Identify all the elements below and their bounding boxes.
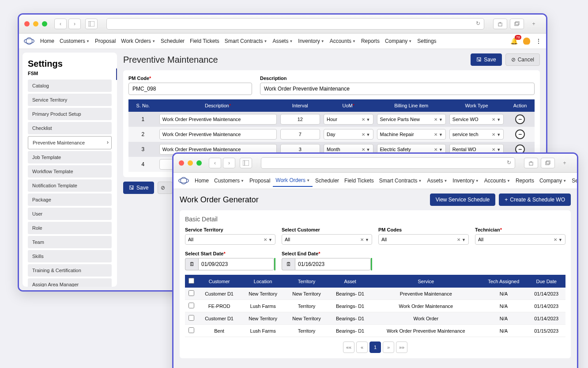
- calendar-icon[interactable]: 🗓: [282, 258, 295, 270]
- nav-reports[interactable]: Reports: [358, 35, 382, 47]
- sidebar-item-package[interactable]: Package: [28, 193, 112, 206]
- collapse-sidebar-icon[interactable]: ‹: [116, 68, 117, 80]
- new-tab-icon[interactable]: +: [527, 19, 541, 29]
- row-checkbox[interactable]: [188, 327, 194, 333]
- reload-icon[interactable]: ↻: [507, 159, 511, 166]
- nav-work-orders[interactable]: Work Orders▼: [273, 175, 313, 187]
- clear-icon[interactable]: ✕: [492, 147, 495, 152]
- customer-select[interactable]: All✕▼: [282, 234, 372, 245]
- sidebar-item-training-certification[interactable]: Training & Certification: [28, 264, 112, 277]
- notification-bell-icon[interactable]: 🔔78: [510, 38, 518, 45]
- row-interval-input[interactable]: [280, 114, 320, 125]
- row-description-input[interactable]: [159, 129, 277, 140]
- sidebar-toggle-icon[interactable]: [85, 19, 98, 29]
- sidebar-item-workflow-template[interactable]: Workflow Template: [28, 165, 112, 178]
- close-window-icon[interactable]: [24, 21, 30, 27]
- clear-icon[interactable]: ✕: [492, 117, 495, 122]
- nav-customers[interactable]: Customers▼: [211, 175, 247, 187]
- address-bar[interactable]: ↻: [106, 18, 484, 30]
- page-prev-button[interactable]: «: [356, 341, 368, 353]
- nav-settings[interactable]: Settings: [415, 35, 439, 47]
- sidebar-item-assign-area-manager[interactable]: Assign Area Manager: [28, 278, 112, 287]
- sidebar-item-team[interactable]: Team: [28, 236, 112, 248]
- share-icon[interactable]: [524, 158, 538, 168]
- save-button[interactable]: 🖫Save: [471, 53, 501, 66]
- page-current-button[interactable]: 1: [369, 341, 381, 353]
- nav-inventory[interactable]: Inventory▼: [450, 175, 481, 187]
- select-all-checkbox[interactable]: [188, 278, 194, 284]
- nav-company[interactable]: Company▼: [382, 35, 415, 47]
- sidebar-item-catalog[interactable]: Catalog: [28, 80, 112, 92]
- close-window-icon[interactable]: [179, 160, 184, 166]
- row-billing-select[interactable]: Machine Repair✕▼: [377, 129, 446, 140]
- share-icon[interactable]: [493, 19, 507, 29]
- nav-smart-contracts[interactable]: Smart Contracts▼: [222, 35, 270, 47]
- logo-icon[interactable]: [23, 37, 35, 46]
- sidebar-item-role[interactable]: Role: [28, 222, 112, 234]
- nav-accounts[interactable]: Accounts▼: [482, 175, 513, 187]
- logo-icon[interactable]: [178, 176, 189, 185]
- clear-icon[interactable]: ✕: [360, 237, 364, 242]
- nav-field-tickets[interactable]: Field Tickets: [187, 35, 222, 47]
- nav-accounts[interactable]: Accounts▼: [327, 35, 358, 47]
- sidebar-item-job-template[interactable]: Job Template: [28, 151, 112, 163]
- nav-assets[interactable]: Assets▼: [424, 175, 450, 187]
- nav-scheduler[interactable]: Scheduler: [158, 35, 187, 47]
- clear-icon[interactable]: ✕: [457, 237, 460, 242]
- pm-code-input[interactable]: [128, 83, 252, 95]
- clear-icon[interactable]: ✕: [264, 237, 267, 242]
- row-billing-select[interactable]: Service Parts New✕▼: [377, 114, 446, 125]
- page-last-button[interactable]: »»: [396, 341, 407, 353]
- sidebar-item-primary-product-setup[interactable]: Primary Product Setup: [28, 108, 112, 120]
- cancel-button-bottom[interactable]: ⊘: [158, 182, 173, 194]
- sidebar-toggle-icon[interactable]: [240, 158, 252, 168]
- tabs-icon[interactable]: [541, 158, 555, 168]
- technician-select[interactable]: All✕▼: [475, 234, 565, 245]
- nav-proposal[interactable]: Proposal: [92, 35, 118, 47]
- clear-icon[interactable]: ✕: [492, 132, 495, 137]
- sidebar-item-checklist[interactable]: Checklist: [28, 122, 112, 134]
- sidebar-item-user[interactable]: User: [28, 208, 112, 220]
- minimize-window-icon[interactable]: [188, 160, 193, 166]
- page-next-button[interactable]: »: [383, 341, 394, 353]
- row-description-input[interactable]: [159, 114, 277, 125]
- user-avatar-icon[interactable]: [523, 38, 530, 45]
- reload-icon[interactable]: ↻: [476, 20, 480, 27]
- nav-settings[interactable]: Settings: [569, 175, 578, 187]
- back-button[interactable]: ‹: [54, 19, 67, 29]
- view-service-schedule-button[interactable]: View Service Schedule: [430, 193, 496, 206]
- nav-inventory[interactable]: Inventory▼: [295, 35, 327, 47]
- nav-customers[interactable]: Customers▼: [57, 35, 92, 47]
- remove-row-icon[interactable]: −: [515, 114, 525, 124]
- forward-button[interactable]: ›: [68, 19, 81, 29]
- nav-proposal[interactable]: Proposal: [247, 175, 273, 187]
- clear-icon[interactable]: ✕: [434, 147, 437, 152]
- row-checkbox[interactable]: [188, 315, 194, 321]
- maximize-window-icon[interactable]: [196, 160, 202, 166]
- clear-icon[interactable]: ✕: [434, 132, 437, 137]
- nav-home[interactable]: Home: [38, 35, 57, 47]
- address-bar[interactable]: ↻: [261, 157, 515, 169]
- nav-field-tickets[interactable]: Field Tickets: [342, 175, 377, 187]
- nav-smart-contracts[interactable]: Smart Contracts▼: [377, 175, 425, 187]
- clear-icon[interactable]: ✕: [362, 147, 365, 152]
- tabs-icon[interactable]: [510, 19, 524, 29]
- service-territory-select[interactable]: All✕▼: [185, 234, 275, 245]
- sidebar-item-skills[interactable]: Skills: [28, 250, 112, 262]
- nav-assets[interactable]: Assets▼: [270, 35, 295, 47]
- row-checkbox[interactable]: [188, 303, 194, 308]
- forward-button[interactable]: ›: [223, 158, 235, 168]
- cancel-button[interactable]: ⊘Cancel: [505, 53, 540, 66]
- clear-icon[interactable]: ✕: [554, 237, 557, 242]
- start-date-input[interactable]: [198, 258, 274, 270]
- remove-row-icon[interactable]: −: [515, 129, 525, 139]
- nav-home[interactable]: Home: [192, 175, 211, 187]
- row-worktype-select[interactable]: service tech✕▼: [449, 129, 504, 140]
- new-tab-icon[interactable]: +: [558, 158, 572, 168]
- maximize-window-icon[interactable]: [42, 21, 47, 27]
- row-uom-select[interactable]: Day✕▼: [324, 129, 373, 140]
- nav-company[interactable]: Company▼: [537, 175, 569, 187]
- nav-scheduler[interactable]: Scheduler: [313, 175, 342, 187]
- clear-icon[interactable]: ✕: [362, 132, 365, 137]
- row-uom-select[interactable]: Hour✕▼: [324, 114, 373, 125]
